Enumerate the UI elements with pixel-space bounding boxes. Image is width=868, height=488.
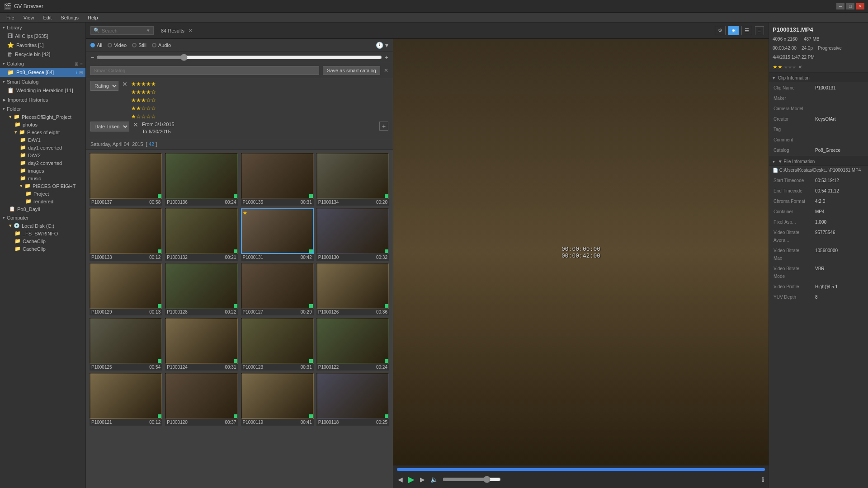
clip-item-P1000127[interactable]: P1000127 00:29 [241, 263, 314, 316]
smart-catalog-section-header[interactable]: ▾ Smart Catalog [0, 77, 85, 86]
file-info-section[interactable]: ▾ ▼ File Information [769, 156, 868, 166]
folder-pieces-of-eight-caps[interactable]: ▾ 📁 PIECES OF EIGHT [0, 182, 85, 190]
search-input[interactable] [102, 28, 147, 33]
stars-4[interactable]: ★★★★☆ [131, 89, 156, 95]
folder-day2-converted[interactable]: 📁 day2 converted [0, 159, 85, 167]
folder-projects[interactable]: 📁 _FS_SWRINFO [0, 230, 85, 237]
clip-item-P1000121[interactable]: P1000121 00:12 [90, 373, 162, 426]
folder-images[interactable]: 📁 images [0, 167, 85, 174]
catalog-expand-icon[interactable]: ⊞ [79, 70, 83, 75]
folder-po8-dayii[interactable]: 📋 Po8_DayII [0, 205, 85, 213]
all-radio[interactable]: All [90, 42, 102, 48]
folder-rendered[interactable]: 📁 rendered [0, 197, 85, 205]
folder-poe-project[interactable]: ▾ 📁 PiecesOfEight_Project [0, 113, 85, 121]
folder-project[interactable]: 📁 Project [0, 190, 85, 197]
play-button[interactable]: ▶ [407, 474, 415, 485]
clip-id: P1000118 [318, 420, 339, 425]
clip-item-P1000132[interactable]: P1000132 00:21 [165, 208, 238, 261]
rating-filter-clear[interactable]: ✕ [122, 81, 127, 87]
clear-catalog-button[interactable]: ✕ [384, 67, 388, 74]
stars-2[interactable]: ★★☆☆☆ [131, 105, 156, 112]
rating-clear-icon[interactable]: ✕ [798, 65, 802, 70]
clip-item-P1000135[interactable]: P1000135 00:31 [241, 153, 314, 206]
clip-item-P1000118[interactable]: P1000118 00:25 [316, 373, 389, 426]
favorites-item[interactable]: ⭐ Favorites [1] [0, 41, 85, 50]
results-clear-button[interactable]: ✕ [188, 28, 193, 34]
smart-catalog-input[interactable] [90, 66, 319, 75]
catalog-info-button[interactable]: ℹ [75, 70, 77, 75]
catalog-section-header[interactable]: ▾ Catalog ⊞ ≡ [0, 59, 85, 68]
volume-slider[interactable] [443, 476, 501, 483]
close-button[interactable]: ✕ [856, 3, 864, 9]
audio-radio[interactable]: Audio [152, 42, 171, 48]
still-radio[interactable]: Still [132, 42, 146, 48]
add-filter-button[interactable]: + [379, 122, 388, 131]
clip-item-P1000122[interactable]: P1000122 00:24 [316, 318, 389, 371]
detail-view-button[interactable]: ≡ [755, 26, 764, 35]
grid-view-button[interactable]: ⊞ [728, 26, 739, 35]
clip-item-P1000131[interactable]: ★ P1000131 00:42 [241, 208, 314, 261]
zoom-minus-button[interactable]: − [90, 54, 94, 61]
zoom-plus-button[interactable]: + [385, 54, 388, 61]
stars-5[interactable]: ★★★★★ [131, 81, 156, 87]
mute-button[interactable]: 🔈 [429, 475, 439, 484]
library-section-header[interactable]: ▾ Library [0, 23, 85, 32]
progress-bar-container[interactable] [397, 468, 765, 471]
zoom-slider[interactable] [97, 54, 382, 61]
folder-cacheclip[interactable]: 📁 CacheClip [0, 245, 85, 253]
folder-day1-converted[interactable]: 📁 day1 converted [0, 144, 85, 151]
menu-view[interactable]: View [19, 14, 39, 21]
menu-settings[interactable]: Settings [56, 14, 83, 21]
menu-edit[interactable]: Edit [38, 14, 56, 21]
prev-frame-button[interactable]: ◀ [397, 475, 404, 484]
local-disk-c[interactable]: ▾ 💿 Local Disk (C:) [0, 222, 85, 230]
stars-1[interactable]: ★☆☆☆☆ [131, 113, 156, 120]
search-dropdown-icon[interactable]: ▾ [147, 28, 150, 33]
time-icon[interactable]: 🕐 ▾ [376, 42, 388, 49]
menu-file[interactable]: File [2, 14, 19, 21]
save-smart-catalog-button[interactable]: Save as smart catalog [323, 66, 380, 75]
folder-music[interactable]: 📁 music [0, 174, 85, 182]
clip-item-P1000124[interactable]: P1000124 00:31 [165, 318, 238, 371]
date-filter-clear[interactable]: ✕ [133, 122, 138, 128]
folder-pieces-of-eight[interactable]: ▾ 📁 Pieces of eight [0, 128, 85, 136]
clip-item-P1000137[interactable]: P1000137 00:58 [90, 153, 162, 206]
info-button[interactable]: ℹ [761, 475, 765, 484]
folder-section-header[interactable]: ▾ Folder [0, 104, 85, 113]
date-filter-select[interactable]: Date Taken [90, 122, 129, 131]
clip-item-P1000136[interactable]: P1000136 00:24 [165, 153, 238, 206]
restore-button[interactable]: □ [846, 3, 854, 9]
clip-item-P1000133[interactable]: P1000133 00:12 [90, 208, 162, 261]
settings-button[interactable]: ⚙ [715, 26, 726, 35]
rating-filter-select[interactable]: Rating [90, 81, 118, 91]
folder-day2[interactable]: 📁 DAY2 [0, 151, 85, 159]
minimize-button[interactable]: ─ [836, 3, 844, 9]
all-clips-item[interactable]: 🎞 All Clips [2635] [0, 32, 85, 41]
clip-item-P1000126[interactable]: P1000126 00:36 [316, 263, 389, 316]
wedding-catalog-item[interactable]: 📋 Wedding in Heraklion [11] [0, 86, 85, 95]
stars-3[interactable]: ★★★☆☆ [131, 97, 156, 103]
catalog-options-icon[interactable]: ≡ [80, 61, 83, 66]
clip-item-P1000120[interactable]: P1000120 00:37 [165, 373, 238, 426]
clip-item-P1000129[interactable]: P1000129 00:13 [90, 263, 162, 316]
menu-help[interactable]: Help [83, 14, 103, 21]
recycle-bin-item[interactable]: 🗑 Recycle bin [42] [0, 50, 85, 59]
catalog-add-icon[interactable]: ⊞ [75, 61, 78, 66]
list-view-button[interactable]: ☰ [741, 26, 752, 35]
folder-photos[interactable]: 📁 photos [0, 121, 85, 128]
video-radio[interactable]: Video [108, 42, 127, 48]
folder-fs-swrinfo[interactable]: 📁 CacheClip [0, 237, 85, 245]
clip-item-P1000130[interactable]: P1000130 00:32 [316, 208, 389, 261]
clip-item-P1000123[interactable]: P1000123 00:31 [241, 318, 314, 371]
folder-day1[interactable]: 📁 DAY1 [0, 136, 85, 144]
clip-item-P1000134[interactable]: P1000134 00:20 [316, 153, 389, 206]
po8-greece-catalog-item[interactable]: 📁 Po8_Greece [84] ℹ ⊞ [0, 68, 85, 77]
clip-item-P1000119[interactable]: P1000119 00:41 [241, 373, 314, 426]
imported-histories-header[interactable]: ▶ Imported Histories [0, 95, 85, 104]
clip-item-P1000128[interactable]: P1000128 00:22 [165, 263, 238, 316]
clip-item-P1000125[interactable]: P1000125 00:54 [90, 318, 162, 371]
clip-id: P1000132 [167, 255, 188, 260]
next-frame-button[interactable]: ▶ [419, 475, 426, 484]
computer-section-header[interactable]: ▾ Computer [0, 213, 85, 222]
clip-info-section[interactable]: ▾ Clip Information [769, 72, 868, 82]
